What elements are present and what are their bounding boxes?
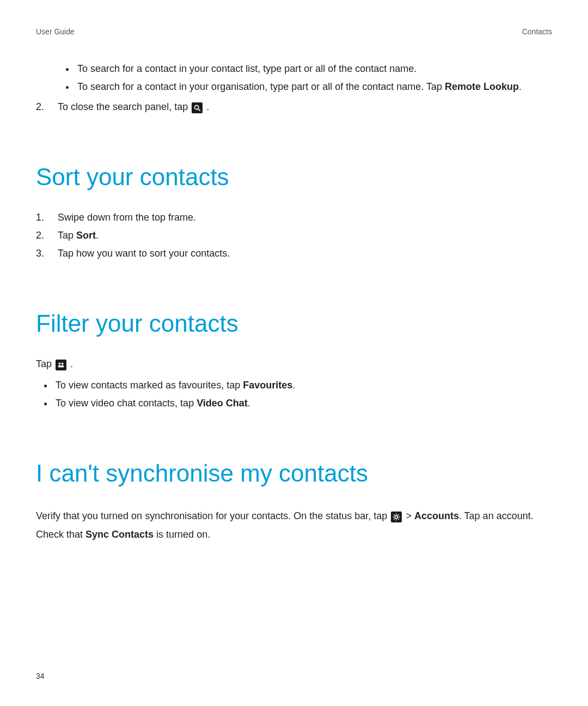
svg-rect-4 [58, 365, 62, 367]
filter-bullets: To view contacts marked as favourites, t… [36, 378, 552, 411]
bold-text: Sort [76, 230, 96, 241]
intro-bullets: To search for a contact in your contact … [36, 62, 552, 94]
list-item: To view contacts marked as favourites, t… [53, 378, 552, 393]
people-icon [56, 360, 66, 370]
bold-text: Video Chat [197, 398, 248, 409]
list-item-text: To search for a contact in your contact … [77, 63, 416, 74]
list-item-text: To search for a contact in your organisa… [77, 81, 445, 92]
svg-line-11 [394, 514, 395, 515]
step-body: Tap Sort. [58, 228, 552, 243]
list-item-text: To view contacts marked as favourites, t… [56, 380, 243, 391]
sync-text: > [406, 510, 414, 521]
page-number: 34 [36, 671, 45, 682]
step-number: 2. [36, 100, 58, 114]
list-item: To view video chat contacts, tap Video C… [53, 396, 552, 411]
step-text: . [206, 101, 209, 112]
list-item-text: . [292, 380, 295, 391]
svg-line-1 [198, 109, 200, 111]
step-text: To close the search panel, tap [58, 101, 191, 112]
step-text: Tap [58, 230, 76, 241]
sort-steps: Swipe down from the top frame. Tap Sort.… [36, 210, 552, 261]
svg-point-6 [395, 515, 398, 518]
intro-step-2: 2. To close the search panel, tap . [36, 100, 552, 114]
bold-text: Accounts [414, 510, 459, 521]
bold-text: Favourites [243, 380, 292, 391]
step-number [36, 228, 58, 243]
svg-line-13 [399, 514, 400, 515]
heading-sort: Sort your contacts [36, 159, 552, 195]
filter-lead-prefix: Tap [36, 358, 54, 369]
svg-line-12 [399, 519, 400, 520]
heading-sync: I can't synchronise my contacts [36, 455, 552, 491]
list-item: To search for a contact in your contact … [75, 62, 552, 76]
step-text: . [96, 230, 99, 241]
step-number [36, 210, 58, 225]
bold-text: Remote Lookup [445, 81, 519, 92]
sync-text: Verify that you turned on synchronisatio… [36, 510, 390, 521]
sync-paragraph: Verify that you turned on synchronisatio… [36, 507, 552, 544]
list-item-text: . [248, 398, 250, 409]
header-row: User Guide Contacts [36, 26, 552, 38]
svg-line-14 [394, 519, 395, 520]
step-body: Tap how you want to sort your contacts. [58, 246, 552, 261]
step-body: To close the search panel, tap . [58, 100, 552, 114]
filter-lead-suffix: . [70, 358, 73, 369]
list-item-text: To view video chat contacts, tap [56, 398, 197, 409]
svg-point-3 [62, 362, 64, 364]
step-row: Tap how you want to sort your contacts. [36, 246, 552, 261]
svg-rect-5 [61, 365, 64, 367]
header-left: User Guide [36, 26, 75, 38]
heading-filter: Filter your contacts [36, 306, 552, 342]
header-right: Contacts [522, 26, 552, 38]
step-body: Swipe down from the top frame. [58, 210, 552, 225]
list-item-text: . [519, 81, 522, 92]
list-item: To search for a contact in your organisa… [75, 80, 552, 94]
step-number [36, 246, 58, 261]
step-row: Swipe down from the top frame. [36, 210, 552, 225]
step-row: Tap Sort. [36, 228, 552, 243]
svg-point-2 [58, 362, 60, 364]
bold-text: Sync Contacts [85, 529, 154, 540]
gear-icon [391, 512, 402, 522]
sync-text: is turned on. [154, 529, 210, 540]
search-icon [192, 102, 203, 113]
filter-lead: Tap . [36, 357, 552, 372]
page: User Guide Contacts To search for a cont… [0, 0, 588, 706]
